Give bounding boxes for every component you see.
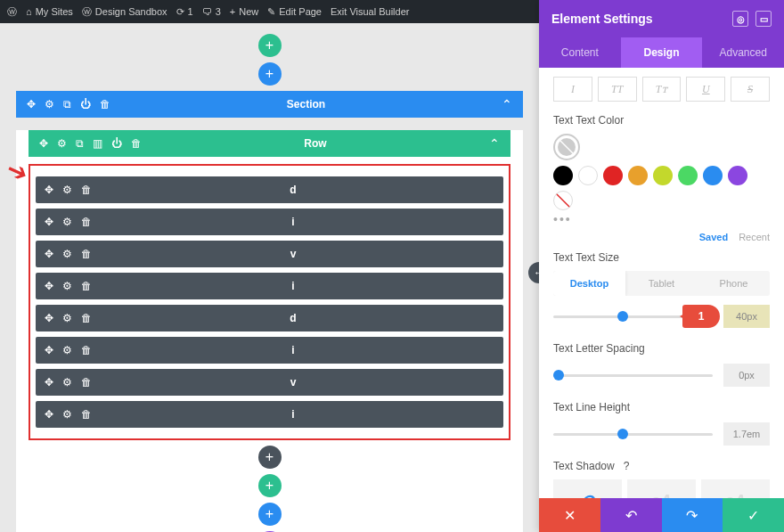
my-sites[interactable]: ⌂ My Sites: [26, 6, 73, 17]
focus-icon[interactable]: ◎: [732, 11, 748, 27]
module-title: i: [92, 408, 494, 421]
settings-icon[interactable]: ⚙: [62, 248, 72, 260]
new-content[interactable]: + New: [230, 6, 258, 17]
settings-icon[interactable]: ⚙: [45, 98, 54, 110]
help-icon[interactable]: ?: [624, 460, 630, 472]
letter-spacing-value[interactable]: 0px: [723, 364, 770, 387]
move-icon[interactable]: ✥: [45, 216, 53, 228]
undo-button[interactable]: ↶: [600, 498, 662, 532]
shadow-option[interactable]: aA: [701, 479, 770, 498]
color-swatch[interactable]: [728, 166, 747, 185]
add-section-button[interactable]: +: [258, 503, 282, 526]
redo-button[interactable]: ↷: [662, 498, 723, 532]
module-item[interactable]: ✥⚙🗑d: [36, 176, 503, 203]
delete-icon[interactable]: 🗑: [81, 248, 92, 260]
section-header[interactable]: ✥ ⚙ ⧉ ⏻ 🗑 Section ⌃: [16, 91, 523, 118]
updates[interactable]: ⟳ 1: [176, 6, 193, 18]
color-swatch[interactable]: [553, 166, 573, 185]
line-height-value[interactable]: 1.7em: [723, 422, 770, 446]
settings-icon[interactable]: ⚙: [57, 137, 67, 150]
power-icon[interactable]: ⏻: [80, 98, 91, 110]
module-item[interactable]: ✥⚙🗑i: [36, 209, 503, 235]
device-desktop[interactable]: Desktop: [553, 271, 625, 296]
settings-icon[interactable]: ⚙: [62, 312, 72, 324]
settings-icon[interactable]: ⚙: [62, 344, 72, 356]
color-swatch[interactable]: [653, 166, 673, 185]
site-name[interactable]: ⓦ Design Sandbox: [82, 5, 167, 19]
move-icon[interactable]: ✥: [39, 137, 48, 150]
delete-icon[interactable]: 🗑: [81, 216, 92, 228]
shadow-none[interactable]: ⊘: [553, 479, 622, 498]
move-icon[interactable]: ✥: [27, 98, 36, 110]
move-icon[interactable]: ✥: [45, 344, 53, 356]
delete-icon[interactable]: 🗑: [81, 280, 92, 292]
delete-icon[interactable]: 🗑: [81, 344, 92, 356]
collapse-icon[interactable]: ⌃: [502, 97, 512, 111]
color-swatch[interactable]: [678, 166, 698, 185]
strike-button[interactable]: S: [731, 77, 770, 102]
row-header[interactable]: ✥ ⚙ ⧉ ▥ ⏻ 🗑 Row ⌃: [29, 130, 510, 157]
move-icon[interactable]: ✥: [45, 408, 53, 421]
save-button[interactable]: ✓: [723, 498, 784, 532]
more-colors-icon[interactable]: •••: [553, 212, 770, 226]
settings-icon[interactable]: ⚙: [62, 216, 72, 228]
color-swatch[interactable]: [628, 166, 648, 185]
italic-button[interactable]: I: [553, 77, 592, 102]
smallcaps-button[interactable]: Tᴛ: [642, 77, 682, 102]
delete-icon[interactable]: 🗑: [100, 98, 110, 110]
color-swatch[interactable]: [603, 166, 623, 185]
columns-icon[interactable]: ▥: [93, 137, 102, 150]
add-row-button[interactable]: +: [258, 62, 282, 86]
module-item[interactable]: ✥⚙🗑i: [36, 337, 503, 364]
collapse-icon[interactable]: ⌃: [489, 136, 500, 151]
tab-advanced[interactable]: Advanced: [702, 37, 784, 68]
delete-icon[interactable]: 🗑: [81, 184, 92, 196]
tab-design[interactable]: Design: [621, 37, 703, 68]
add-section-button[interactable]: +: [258, 34, 282, 57]
uppercase-button[interactable]: TT: [598, 77, 637, 102]
move-icon[interactable]: ✥: [45, 184, 53, 196]
recent-tab[interactable]: Recent: [739, 232, 770, 242]
device-tablet[interactable]: Tablet: [625, 271, 698, 296]
wp-logo[interactable]: ⓦ: [7, 5, 17, 19]
power-icon[interactable]: ⏻: [111, 137, 122, 150]
settings-icon[interactable]: ⚙: [62, 280, 72, 292]
color-picker-icon[interactable]: [553, 134, 580, 160]
color-swatch[interactable]: [578, 166, 598, 185]
settings-icon[interactable]: ⚙: [62, 408, 72, 421]
settings-icon[interactable]: ⚙: [62, 184, 72, 196]
move-icon[interactable]: ✥: [45, 248, 53, 260]
tab-content[interactable]: Content: [539, 37, 621, 68]
color-swatch[interactable]: [703, 166, 723, 185]
move-icon[interactable]: ✥: [45, 376, 53, 389]
edit-page[interactable]: ✎ Edit Page: [267, 6, 322, 18]
device-phone[interactable]: Phone: [698, 271, 770, 296]
delete-icon[interactable]: 🗑: [81, 408, 92, 421]
add-row-button[interactable]: +: [258, 474, 282, 497]
comments[interactable]: 🗨 3: [202, 6, 221, 17]
saved-tab[interactable]: Saved: [699, 232, 728, 242]
delete-icon[interactable]: 🗑: [131, 137, 142, 150]
module-item[interactable]: ✥⚙🗑i: [36, 273, 503, 299]
module-item[interactable]: ✥⚙🗑d: [36, 305, 503, 331]
shadow-option[interactable]: aA: [627, 479, 696, 498]
text-size-value[interactable]: 40px: [723, 305, 770, 328]
duplicate-icon[interactable]: ⧉: [63, 98, 71, 110]
module-item[interactable]: ✥⚙🗑v: [36, 241, 503, 267]
duplicate-icon[interactable]: ⧉: [76, 137, 84, 150]
color-none[interactable]: [553, 191, 573, 210]
delete-icon[interactable]: 🗑: [81, 312, 92, 324]
move-icon[interactable]: ✥: [45, 280, 53, 292]
close-button[interactable]: ✕: [539, 498, 600, 532]
letter-spacing-slider[interactable]: [553, 374, 713, 377]
exit-builder[interactable]: Exit Visual Builder: [331, 6, 409, 17]
module-item[interactable]: ✥⚙🗑v: [36, 369, 503, 396]
move-icon[interactable]: ✥: [45, 312, 53, 324]
delete-icon[interactable]: 🗑: [81, 376, 92, 389]
add-module-button[interactable]: +: [258, 446, 282, 469]
line-height-slider[interactable]: [553, 433, 713, 436]
settings-icon[interactable]: ⚙: [62, 376, 72, 389]
module-item[interactable]: ✥⚙🗑i: [36, 401, 503, 428]
underline-button[interactable]: U: [686, 77, 725, 102]
expand-icon[interactable]: ▭: [755, 11, 772, 27]
